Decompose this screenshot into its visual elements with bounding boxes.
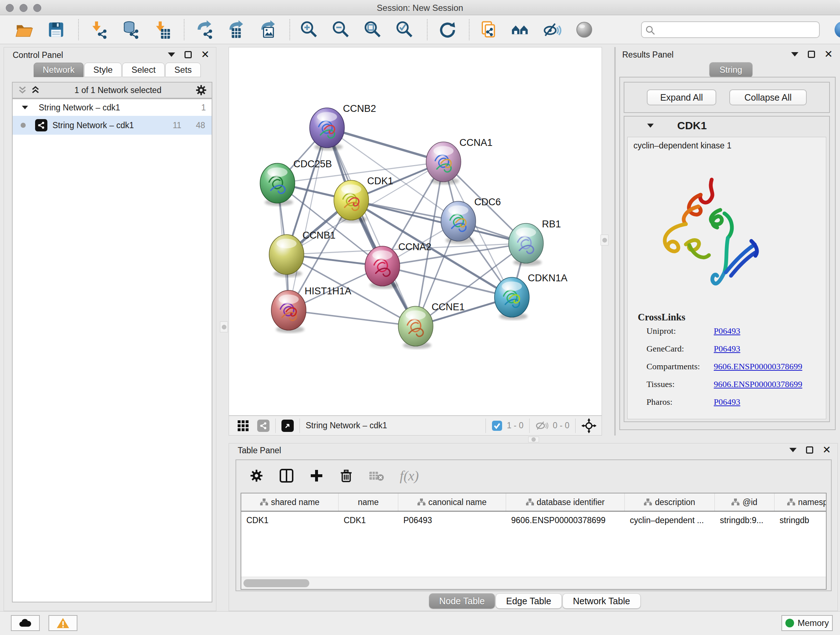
- table-settings-gear-icon[interactable]: [249, 469, 264, 483]
- memory-button[interactable]: Memory: [782, 615, 833, 631]
- table-row[interactable]: CDK1CDK1P064939606.ENSP00000378699cyclin…: [241, 511, 826, 529]
- tab-network[interactable]: Network: [34, 63, 84, 77]
- protein-expander-icon[interactable]: [647, 124, 654, 128]
- network-collection-row[interactable]: String Network – cdk1 1: [13, 99, 212, 116]
- network-row-selected[interactable]: String Network – cdk1 11 48: [13, 116, 212, 135]
- import-network-icon[interactable]: [88, 20, 108, 40]
- crosslink-link[interactable]: P06493: [714, 326, 740, 336]
- network-edge[interactable]: [327, 128, 444, 162]
- results-panel-float-icon[interactable]: [808, 51, 815, 58]
- save-session-icon[interactable]: [46, 20, 66, 40]
- bottom-splitter-handle[interactable]: [528, 437, 539, 442]
- results-panel-menu-icon[interactable]: [791, 52, 798, 57]
- export-image-icon[interactable]: [257, 20, 277, 40]
- table-cell[interactable]: CDK1: [339, 511, 398, 529]
- zoom-out-icon[interactable]: [332, 20, 351, 40]
- network-node-cdk1[interactable]: CDK1: [334, 176, 393, 223]
- control-panel-menu-icon[interactable]: [168, 52, 175, 57]
- control-panel-float-icon[interactable]: [185, 51, 192, 58]
- expand-all-button[interactable]: Expand All: [647, 89, 716, 105]
- table-cell[interactable]: 9606.ENSP00000378699: [506, 511, 625, 529]
- grid-view-icon[interactable]: [237, 420, 249, 432]
- tab-sets[interactable]: Sets: [165, 63, 201, 77]
- delete-table-icon[interactable]: [369, 470, 385, 482]
- zoom-selected-icon[interactable]: [395, 20, 415, 40]
- fit-content-crosshair-icon[interactable]: [581, 418, 597, 433]
- tab-select[interactable]: Select: [122, 63, 164, 77]
- zoom-fit-icon[interactable]: [363, 20, 383, 40]
- crosslink-link[interactable]: P06493: [714, 397, 740, 407]
- warning-button[interactable]: [49, 615, 77, 631]
- houses-icon[interactable]: [511, 20, 531, 40]
- table-cell[interactable]: P06493: [398, 511, 506, 529]
- export-table-icon[interactable]: [226, 20, 245, 40]
- table-cell[interactable]: stringdb:9...: [715, 511, 775, 529]
- tab-edge-table[interactable]: Edge Table: [496, 593, 562, 608]
- tab-node-table[interactable]: Node Table: [429, 593, 495, 608]
- collapse-all-icon[interactable]: [17, 85, 28, 96]
- help-button[interactable]: ?: [834, 21, 840, 38]
- show-columns-icon[interactable]: [279, 468, 294, 483]
- table-panel-float-icon[interactable]: [806, 447, 813, 454]
- column-header-database-identifier[interactable]: database identifier: [506, 494, 625, 511]
- import-database-icon[interactable]: [120, 20, 140, 40]
- string-import-icon[interactable]: [479, 20, 499, 40]
- delete-column-trash-icon[interactable]: [339, 469, 354, 483]
- crosslink-link[interactable]: 9606.ENSP00000378699: [714, 379, 802, 389]
- network-node-ccnb1[interactable]: CCNB1: [269, 230, 336, 277]
- open-session-icon[interactable]: [14, 20, 34, 40]
- network-node-cdc25b[interactable]: CDC25B: [260, 158, 332, 206]
- refresh-icon[interactable]: [437, 20, 456, 40]
- function-builder-icon[interactable]: f(x): [400, 468, 419, 484]
- selected-checkbox-icon[interactable]: [492, 420, 502, 431]
- network-share-icon[interactable]: [257, 420, 270, 432]
- tab-network-table[interactable]: Network Table: [562, 593, 641, 608]
- network-node-cdc6[interactable]: CDC6: [441, 196, 501, 244]
- network-node-ccna2[interactable]: CCNA2: [365, 241, 431, 289]
- network-options-gear-icon[interactable]: [195, 84, 207, 96]
- table-cell[interactable]: stringdb: [775, 511, 827, 529]
- column-header-id[interactable]: @id: [715, 494, 775, 511]
- crosslink-link[interactable]: 9606.ENSP00000378699: [714, 362, 802, 371]
- tab-string[interactable]: String: [709, 62, 752, 78]
- control-panel-close-icon[interactable]: ✕: [201, 51, 210, 58]
- expand-all-icon[interactable]: [30, 85, 41, 96]
- network-edge[interactable]: [289, 310, 416, 326]
- table-cell[interactable]: cyclin–dependent ...: [625, 511, 715, 529]
- column-header-canonical-name[interactable]: canonical name: [398, 494, 506, 511]
- import-table-icon[interactable]: [152, 20, 172, 40]
- network-node-cdkn1a[interactable]: CDKN1A: [494, 272, 568, 320]
- protein-card-header[interactable]: CDK1: [624, 117, 829, 135]
- hide-gui-icon[interactable]: [543, 20, 562, 40]
- network-edge[interactable]: [289, 128, 327, 310]
- network-node-ccnb2[interactable]: CCNB2: [309, 103, 376, 150]
- column-header-namespace[interactable]: namespace: [775, 494, 827, 511]
- network-node-hist1h1a[interactable]: HIST1H1A: [271, 286, 351, 333]
- right-splitter[interactable]: [614, 47, 616, 435]
- collapse-all-button[interactable]: Collapse All: [729, 89, 807, 105]
- left-splitter-handle[interactable]: [220, 321, 228, 333]
- network-node-rb1[interactable]: RB1: [508, 219, 561, 266]
- zoom-in-icon[interactable]: [300, 20, 319, 40]
- table-hscrollbar[interactable]: [241, 577, 826, 589]
- network-node-ccne1[interactable]: CCNE1: [398, 302, 465, 349]
- right-splitter-handle[interactable]: [600, 234, 608, 245]
- column-header-description[interactable]: description: [625, 494, 715, 511]
- crosslink-link[interactable]: P06493: [714, 344, 740, 354]
- table-panel-menu-icon[interactable]: [789, 448, 797, 452]
- column-header-shared-name[interactable]: shared name: [241, 494, 339, 511]
- table-panel-close-icon[interactable]: ✕: [823, 447, 831, 454]
- column-header-name[interactable]: name: [339, 494, 398, 511]
- collection-expander-icon[interactable]: [22, 106, 28, 109]
- add-column-icon[interactable]: [309, 469, 324, 483]
- export-network-icon[interactable]: [194, 20, 213, 40]
- results-panel-close-icon[interactable]: ✕: [824, 51, 833, 58]
- inspector-icon[interactable]: [575, 20, 594, 40]
- search-input[interactable]: [658, 23, 817, 36]
- network-canvas[interactable]: CCNB2CCNA1CDC25BCDK1CDC6RB1CCNB1CCNA2CDK…: [229, 47, 602, 416]
- birds-eye-view-icon[interactable]: [281, 420, 294, 432]
- table-cell[interactable]: CDK1: [241, 511, 339, 529]
- cloud-button[interactable]: [11, 615, 40, 631]
- tab-style[interactable]: Style: [84, 63, 122, 77]
- hidden-eye-icon[interactable]: [535, 420, 548, 431]
